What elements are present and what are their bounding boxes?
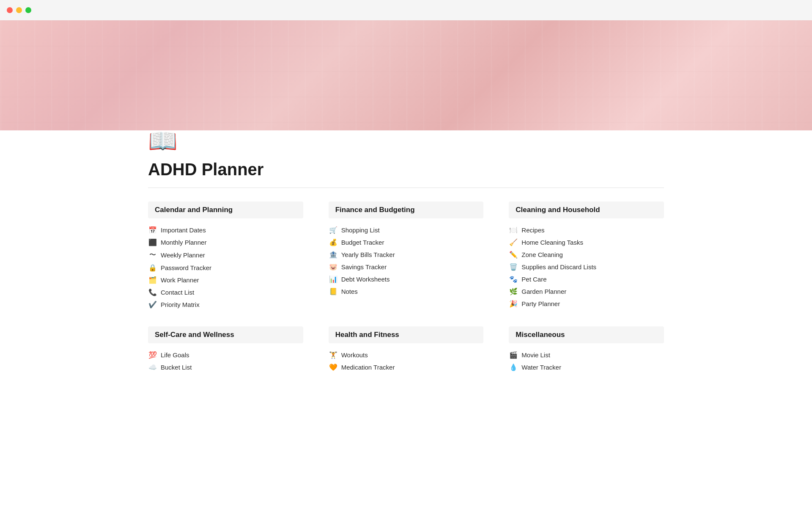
sections-grid: Calendar and Planning📅Important Dates⬛Mo… — [148, 202, 664, 372]
item-label: Priority Matrix — [161, 301, 200, 308]
item-icon: 📒 — [329, 287, 338, 295]
item-label: Supplies and Discard Lists — [521, 263, 596, 271]
section-items-cleaning-household: 🍽️Recipes🧹Home Cleaning Tasks✏️Zone Clea… — [509, 225, 664, 309]
list-item[interactable]: 📅Important Dates — [148, 225, 303, 235]
item-icon: 🗑️ — [509, 263, 518, 271]
section-title-finance-budgeting: Finance and Budgeting — [335, 206, 415, 214]
item-icon: ✏️ — [509, 251, 518, 259]
section-items-finance-budgeting: 🛒Shopping List💰Budget Tracker🏦Yearly Bil… — [329, 225, 484, 296]
item-icon: ✔️ — [148, 301, 157, 309]
section-title-calendar-planning: Calendar and Planning — [155, 206, 233, 214]
list-item[interactable]: 🗑️Supplies and Discard Lists — [509, 262, 664, 272]
item-label: Budget Tracker — [341, 239, 384, 246]
item-label: Password Tracker — [161, 264, 211, 271]
list-item[interactable]: ⬛Monthly Planner — [148, 237, 303, 247]
item-icon: 🐷 — [329, 263, 338, 271]
item-icon: 💧 — [509, 363, 518, 371]
item-icon: 🐾 — [509, 275, 518, 283]
list-item[interactable]: 📊Debt Worksheets — [329, 274, 484, 284]
section-finance-budgeting: Finance and Budgeting🛒Shopping List💰Budg… — [329, 202, 484, 309]
item-icon: 🎉 — [509, 300, 518, 308]
titlebar — [0, 0, 812, 20]
close-button[interactable] — [7, 7, 13, 13]
item-label: Life Goals — [161, 351, 189, 359]
list-item[interactable]: 💰Budget Tracker — [329, 237, 484, 247]
section-title-cleaning-household: Cleaning and Household — [516, 206, 600, 214]
page-title: ADHD Planner — [148, 160, 664, 179]
list-item[interactable]: ✔️Priority Matrix — [148, 300, 303, 309]
item-label: Recipes — [521, 226, 544, 234]
list-item[interactable]: 🧡Medication Tracker — [329, 362, 484, 372]
item-icon: ☁️ — [148, 363, 157, 371]
section-title-self-care-wellness: Self-Care and Wellness — [155, 331, 234, 339]
list-item[interactable]: 🎉Party Planner — [509, 299, 664, 309]
item-label: Bucket List — [161, 364, 192, 371]
maximize-button[interactable] — [25, 7, 31, 13]
item-label: Contact List — [161, 289, 194, 296]
item-label: Savings Tracker — [341, 263, 387, 271]
item-icon: 🛒 — [329, 226, 338, 234]
item-label: Important Dates — [161, 226, 206, 234]
item-icon: ⬛ — [148, 238, 157, 246]
item-label: Garden Planner — [521, 288, 566, 295]
hero-banner — [0, 20, 812, 130]
list-item[interactable]: 🧹Home Cleaning Tasks — [509, 237, 664, 247]
list-item[interactable]: 🌿Garden Planner — [509, 287, 664, 296]
list-item[interactable]: 🍽️Recipes — [509, 225, 664, 235]
item-label: Pet Care — [521, 276, 546, 283]
item-icon: 🏋️ — [329, 351, 338, 359]
item-icon: 📊 — [329, 275, 338, 283]
item-icon: 💰 — [329, 238, 338, 246]
list-item[interactable]: 💯Life Goals — [148, 350, 303, 360]
list-item[interactable]: 🗂️Work Planner — [148, 275, 303, 285]
section-header-miscellaneous: Miscellaneous — [509, 326, 664, 343]
section-miscellaneous: Miscellaneous🎬Movie List💧Water Tracker — [509, 326, 664, 372]
section-health-fitness: Health and Fitness🏋️Workouts🧡Medication … — [329, 326, 484, 372]
item-icon: 🏦 — [329, 251, 338, 259]
item-icon: 🧡 — [329, 363, 338, 371]
list-item[interactable]: 🔒Password Tracker — [148, 263, 303, 273]
item-label: Home Cleaning Tasks — [521, 239, 583, 246]
list-item[interactable]: 🎬Movie List — [509, 350, 664, 360]
section-self-care-wellness: Self-Care and Wellness💯Life Goals☁️Bucke… — [148, 326, 303, 372]
section-items-calendar-planning: 📅Important Dates⬛Monthly Planner〜Weekly … — [148, 225, 303, 309]
list-item[interactable]: 📞Contact List — [148, 287, 303, 297]
item-label: Notes — [341, 288, 358, 295]
item-label: Weekly Planner — [161, 251, 205, 259]
section-header-calendar-planning: Calendar and Planning — [148, 202, 303, 218]
item-label: Zone Cleaning — [521, 251, 563, 258]
item-icon: 📞 — [148, 288, 157, 296]
list-item[interactable]: ☁️Bucket List — [148, 362, 303, 372]
section-cleaning-household: Cleaning and Household🍽️Recipes🧹Home Cle… — [509, 202, 664, 309]
item-label: Movie List — [521, 351, 550, 359]
list-item[interactable]: ✏️Zone Cleaning — [509, 250, 664, 260]
section-items-miscellaneous: 🎬Movie List💧Water Tracker — [509, 350, 664, 372]
item-icon: 💯 — [148, 351, 157, 359]
item-label: Shopping List — [341, 226, 380, 234]
section-title-miscellaneous: Miscellaneous — [516, 331, 565, 339]
item-label: Yearly Bills Tracker — [341, 251, 395, 258]
item-icon: 〜 — [148, 251, 157, 260]
item-icon: 🧹 — [509, 238, 518, 246]
item-label: Workouts — [341, 351, 368, 359]
section-items-self-care-wellness: 💯Life Goals☁️Bucket List — [148, 350, 303, 372]
item-label: Work Planner — [161, 276, 199, 284]
list-item[interactable]: 🏦Yearly Bills Tracker — [329, 250, 484, 260]
list-item[interactable]: 〜Weekly Planner — [148, 250, 303, 260]
list-item[interactable]: 🐷Savings Tracker — [329, 262, 484, 272]
page-icon: 📖 — [148, 119, 664, 155]
section-header-self-care-wellness: Self-Care and Wellness — [148, 326, 303, 343]
list-item[interactable]: 🐾Pet Care — [509, 274, 664, 284]
list-item[interactable]: 🏋️Workouts — [329, 350, 484, 360]
item-icon: 🎬 — [509, 351, 518, 359]
item-label: Water Tracker — [521, 364, 561, 371]
list-item[interactable]: 📒Notes — [329, 287, 484, 296]
section-header-cleaning-household: Cleaning and Household — [509, 202, 664, 218]
item-icon: 🗂️ — [148, 276, 157, 284]
item-icon: 🌿 — [509, 287, 518, 295]
list-item[interactable]: 🛒Shopping List — [329, 225, 484, 235]
list-item[interactable]: 💧Water Tracker — [509, 362, 664, 372]
section-title-health-fitness: Health and Fitness — [335, 331, 399, 339]
divider — [148, 188, 664, 188]
minimize-button[interactable] — [16, 7, 22, 13]
